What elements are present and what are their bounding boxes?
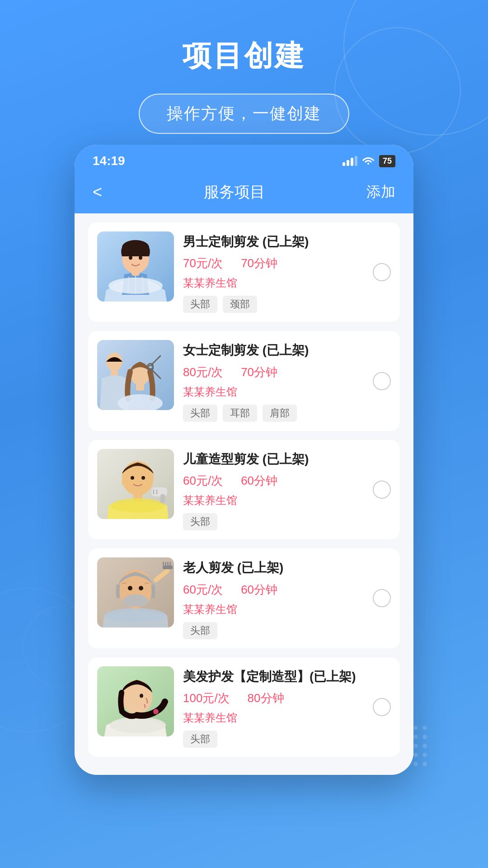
service-thumbnail	[97, 231, 174, 302]
svg-point-24	[422, 762, 427, 766]
service-photo-4	[97, 557, 174, 627]
content-area: 男士定制剪发 (已上架) 70元/次 70分钟 某某养生馆 头部 颈部	[75, 213, 413, 775]
service-price-row: 100元/次 80分钟	[183, 690, 391, 706]
service-price-row: 60元/次 60分钟	[183, 582, 391, 598]
svg-point-34	[139, 256, 142, 260]
service-price: 100元/次	[183, 690, 230, 706]
svg-point-59	[139, 586, 143, 590]
phone-mockup: 14:19 75 < 服务项目 添加	[75, 145, 413, 775]
service-duration: 70分钟	[241, 255, 277, 271]
svg-rect-40	[136, 384, 144, 391]
service-item[interactable]: 儿童造型剪发 (已上架) 60元/次 60分钟 某某养生馆 头部	[88, 440, 400, 539]
svg-point-14	[422, 744, 427, 748]
tag: 耳部	[223, 405, 257, 422]
service-duration: 60分钟	[241, 582, 277, 598]
svg-point-58	[128, 586, 132, 590]
service-shop: 某某养生馆	[183, 276, 391, 290]
service-item[interactable]: 老人剪发 (已上架) 60元/次 60分钟 某某养生馆 头部	[88, 548, 400, 648]
service-info: 女士定制剪发 (已上架) 80元/次 70分钟 某某养生馆 头部 耳部 肩部	[183, 340, 391, 421]
service-name: 美发护发【定制造型】(已上架)	[183, 669, 391, 685]
svg-point-23	[413, 762, 418, 766]
svg-point-60	[123, 594, 148, 607]
select-radio[interactable]	[373, 481, 391, 499]
service-thumbnail	[97, 449, 174, 519]
svg-point-19	[422, 753, 427, 757]
service-thumbnail	[97, 557, 174, 627]
wifi-icon	[362, 155, 375, 167]
service-name: 女士定制剪发 (已上架)	[183, 342, 391, 359]
service-price-row: 60元/次 60分钟	[183, 473, 391, 489]
service-tags: 头部	[183, 513, 391, 530]
service-price: 70元/次	[183, 255, 223, 271]
svg-point-33	[129, 256, 132, 260]
subtitle-pill: 操作方便，一健创建	[139, 94, 349, 134]
service-price-row: 70元/次 70分钟	[183, 255, 391, 271]
service-price: 60元/次	[183, 582, 223, 598]
service-item[interactable]: 男士定制剪发 (已上架) 70元/次 70分钟 某某养生馆 头部 颈部	[88, 222, 400, 322]
tag: 头部	[183, 405, 217, 422]
svg-point-18	[413, 753, 418, 757]
status-icons: 75	[343, 155, 395, 167]
tag: 头部	[183, 513, 217, 530]
service-shop: 某某养生馆	[183, 385, 391, 399]
service-price: 80元/次	[183, 364, 223, 380]
service-info: 儿童造型剪发 (已上架) 60元/次 60分钟 某某养生馆 头部	[183, 449, 391, 530]
service-price-row: 80元/次 70分钟	[183, 364, 391, 380]
select-radio[interactable]	[373, 589, 391, 607]
service-price: 60元/次	[183, 473, 223, 489]
service-item[interactable]: 美发护发【定制造型】(已上架) 100元/次 80分钟 某某养生馆 头部	[88, 657, 400, 757]
page-title: 项目创建	[0, 36, 488, 75]
nav-bar: < 服务项目 添加	[75, 173, 413, 213]
svg-point-49	[141, 476, 145, 480]
service-photo-1	[97, 231, 174, 302]
service-thumbnail	[97, 340, 174, 410]
tag: 头部	[183, 731, 217, 748]
svg-point-35	[108, 278, 163, 294]
svg-point-69	[110, 717, 166, 733]
service-info: 老人剪发 (已上架) 60元/次 60分钟 某某养生馆 头部	[183, 557, 391, 639]
service-shop: 某某养生馆	[183, 711, 391, 725]
select-radio[interactable]	[373, 263, 391, 281]
tag: 头部	[183, 622, 217, 639]
service-thumbnail	[97, 666, 174, 736]
service-duration: 80分钟	[248, 690, 284, 706]
tag: 肩部	[263, 405, 297, 422]
svg-line-64	[163, 562, 164, 566]
service-duration: 60分钟	[241, 473, 277, 489]
add-button[interactable]: 添加	[366, 182, 395, 202]
service-name: 老人剪发 (已上架)	[183, 560, 391, 576]
service-name: 儿童造型剪发 (已上架)	[183, 451, 391, 467]
service-shop: 某某养生馆	[183, 493, 391, 508]
service-info: 美发护发【定制造型】(已上架) 100元/次 80分钟 某某养生馆 头部	[183, 666, 391, 748]
svg-point-51	[111, 498, 165, 513]
service-photo-3	[97, 449, 174, 519]
service-shop: 某某养生馆	[183, 602, 391, 617]
tag: 颈部	[223, 296, 257, 313]
svg-rect-47	[145, 474, 149, 485]
svg-point-62	[105, 608, 166, 623]
select-radio[interactable]	[373, 698, 391, 716]
svg-rect-63	[163, 566, 173, 569]
service-duration: 70分钟	[241, 364, 277, 380]
svg-point-73	[140, 693, 143, 698]
signal-icon	[343, 156, 357, 166]
svg-point-48	[131, 476, 134, 480]
select-radio[interactable]	[373, 372, 391, 390]
svg-point-13	[413, 744, 418, 748]
svg-rect-53	[160, 494, 165, 503]
service-item[interactable]: 女士定制剪发 (已上架) 80元/次 70分钟 某某养生馆 头部 耳部 肩部	[88, 331, 400, 430]
svg-rect-38	[111, 369, 118, 376]
battery-icon: 75	[379, 155, 395, 167]
svg-point-72	[153, 709, 159, 714]
service-photo-5	[97, 666, 174, 736]
svg-point-4	[422, 726, 427, 730]
svg-line-65	[165, 562, 166, 566]
service-tags: 头部	[183, 731, 391, 748]
service-tags: 头部 耳部 肩部	[183, 405, 391, 422]
status-time: 14:19	[93, 154, 125, 168]
svg-point-9	[422, 735, 427, 739]
service-photo-2	[97, 340, 174, 410]
svg-point-8	[413, 735, 418, 739]
back-button[interactable]: <	[93, 183, 102, 202]
service-tags: 头部 颈部	[183, 296, 391, 313]
